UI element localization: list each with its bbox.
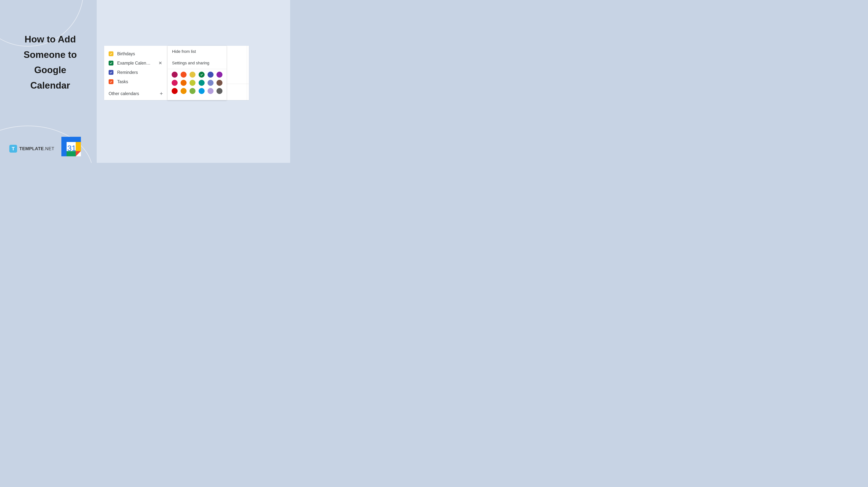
checkbox-icon[interactable] [108,61,114,65]
calendar-date-number: 31 [67,144,76,153]
color-swatch[interactable] [208,80,214,86]
calendar-label: Tasks [117,79,163,84]
calendar-settings-popup: Birthdays Example Calen… ✕ Reminders Tas… [104,46,249,100]
checkbox-icon[interactable] [108,70,114,75]
plus-icon[interactable]: + [160,90,163,97]
color-swatch[interactable] [216,88,222,94]
color-swatch[interactable] [198,80,205,86]
color-picker-grid [167,69,226,97]
color-swatch[interactable] [216,71,222,78]
color-swatch[interactable] [198,71,205,78]
calendar-label: Example Calen… [117,61,154,66]
color-swatch[interactable] [208,88,214,94]
close-icon[interactable]: ✕ [158,60,163,66]
google-calendar-icon: 31 [61,137,81,156]
context-menu: Hide from list Settings and sharing [167,46,226,100]
color-swatch[interactable] [216,80,222,86]
color-swatch[interactable] [181,80,187,86]
color-swatch[interactable] [172,80,178,86]
page-title: How to Add Someone to Google Calendar [15,32,86,93]
calendar-item-tasks[interactable]: Tasks [108,77,163,86]
calendar-item-reminders[interactable]: Reminders [108,68,163,77]
calendar-list: Birthdays Example Calen… ✕ Reminders Tas… [104,46,167,100]
brand-logo: T TEMPLATE.NET [9,145,54,152]
calendar-item-birthdays[interactable]: Birthdays [108,49,163,58]
other-calendars-row[interactable]: Other calendars + [108,90,163,97]
brand-icon: T [9,145,17,152]
menu-item-settings[interactable]: Settings and sharing [167,57,226,69]
color-swatch[interactable] [181,88,187,94]
color-swatch[interactable] [189,88,195,94]
checkbox-icon[interactable] [108,51,114,56]
menu-item-hide[interactable]: Hide from list [167,46,226,57]
checkbox-icon[interactable] [108,79,114,84]
color-swatch[interactable] [172,71,178,78]
brand-text: TEMPLATE.NET [19,146,54,151]
color-swatch[interactable] [189,71,195,78]
color-swatch[interactable] [172,88,178,94]
other-calendars-label: Other calendars [108,91,139,96]
calendar-item-example[interactable]: Example Calen… ✕ [108,58,163,68]
brand-suffix: .NET [44,146,55,151]
calendar-grid-edge [226,46,249,100]
color-swatch[interactable] [198,88,205,94]
color-swatch[interactable] [208,71,214,78]
color-swatch[interactable] [181,71,187,78]
calendar-label: Reminders [117,70,163,75]
brand-name: TEMPLATE [19,146,44,151]
color-swatch[interactable] [189,80,195,86]
calendar-label: Birthdays [117,51,163,56]
